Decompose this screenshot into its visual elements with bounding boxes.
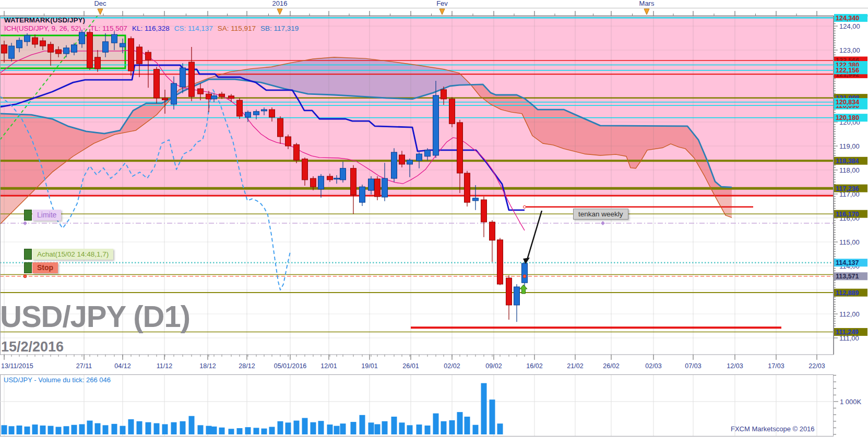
candle: [334, 178, 340, 179]
candle: [311, 178, 316, 187]
ichimoku-name: ICH(USD/JPY, 9, 26, 52) -: [4, 25, 86, 32]
candle: [294, 144, 300, 160]
candle: [9, 46, 15, 58]
svg-text:117,236: 117,236: [836, 185, 859, 192]
candle: [417, 154, 422, 161]
volume-bar: [254, 428, 259, 434]
ichimoku-kijun-value: KL: 116,328: [132, 25, 170, 32]
date-label: 28/12: [239, 362, 255, 370]
candle: [327, 176, 333, 180]
date-label: 21/02: [567, 362, 583, 370]
candle: [137, 47, 142, 64]
candle: [514, 287, 520, 305]
svg-text:112,889: 112,889: [836, 289, 859, 297]
ichimoku-chikou-value: CS: 114,137: [174, 25, 213, 32]
month-label: 2016: [272, 0, 288, 7]
ichimoku-tenkan-value: TL: 115,507: [90, 25, 127, 32]
date-label: 11/12: [157, 362, 172, 370]
ichimoku-senkoua-value: SA: 115,917: [218, 25, 256, 32]
volume-bar: [25, 427, 30, 434]
candle: [382, 178, 388, 197]
volume-bar: [9, 426, 15, 434]
volume-bar: [425, 426, 431, 434]
volume-bar: [311, 422, 316, 434]
candle: [154, 69, 160, 98]
price-label: 118,00: [839, 166, 860, 174]
date-label: 19/01: [361, 362, 377, 370]
date-label: 22/03: [808, 362, 825, 370]
volume-bar: [56, 427, 62, 434]
date-label: 27/11: [76, 362, 92, 370]
price-label: 119,00: [839, 142, 860, 150]
candle: [171, 83, 177, 104]
date-label: 12/03: [727, 362, 743, 370]
candle: [481, 200, 487, 222]
ichimoku-header: ICH(USD/JPY, 9, 26, 52) -TL: 115,507KL: …: [4, 25, 303, 32]
price-label: 115,00: [839, 238, 860, 246]
volume-bar: [481, 383, 487, 434]
volume-bar: [162, 424, 168, 434]
volume-bar: [87, 421, 93, 434]
candle: [506, 278, 512, 305]
candle: [72, 45, 77, 52]
volume-bar: [302, 418, 308, 435]
volume-bar: [171, 422, 177, 434]
candle: [278, 118, 283, 137]
date-label: 09/02: [485, 362, 502, 370]
date-label: 12/01: [320, 362, 337, 370]
volume-bar: [154, 423, 160, 434]
month-label: Fev: [436, 0, 448, 7]
candle: [64, 48, 69, 54]
price-label: 112,00: [839, 310, 860, 318]
candle: [286, 137, 291, 146]
volume-bar: [391, 417, 397, 434]
stop-marker: [23, 275, 27, 278]
svg-text:111,249: 111,249: [836, 329, 859, 336]
candle: [229, 96, 234, 99]
volume-bar: [2, 425, 7, 434]
candle: [375, 179, 381, 197]
candle: [407, 160, 413, 164]
candle: [128, 39, 134, 71]
volume-bar: [120, 426, 126, 434]
candle: [391, 152, 397, 178]
volume-bar: [198, 425, 204, 434]
candle: [490, 222, 495, 240]
date-label: 13/11/2015: [1, 362, 33, 370]
stop-order-label[interactable]: Stop: [32, 262, 58, 273]
candle: [25, 35, 30, 42]
volume-bar: [375, 424, 381, 434]
svg-text:120,180: 120,180: [836, 114, 859, 122]
volume-bar: [180, 421, 186, 434]
stop-handle-icon[interactable]: [24, 262, 32, 273]
volume-bar: [146, 422, 151, 434]
limite-handle-icon[interactable]: [24, 210, 32, 221]
svg-text:113,571: 113,571: [836, 273, 859, 280]
volume-bar: [219, 428, 225, 434]
price-chart-canvas[interactable]: 13/11/201527/1104/1211/1218/1228/1205/01…: [0, 0, 868, 437]
date-label: 18/12: [199, 362, 216, 370]
candle: [441, 90, 447, 99]
candle: [40, 41, 46, 46]
candle: [269, 110, 275, 117]
date-label: 26/02: [603, 362, 619, 370]
candle: [399, 155, 405, 164]
candle: [473, 198, 479, 201]
achat-handle-icon[interactable]: [24, 249, 32, 260]
volume-bar: [95, 423, 101, 434]
volume-bar: [128, 419, 134, 434]
volume-bar: [382, 421, 388, 434]
date-label: 04/12: [114, 362, 130, 370]
date-label: 17/03: [768, 362, 784, 370]
price-label: 123,00: [839, 46, 860, 54]
ichimoku-senkoub-value: SB: 117,319: [260, 25, 299, 32]
limit-order-label[interactable]: Limite: [32, 210, 61, 221]
volume-bar: [294, 421, 300, 434]
candle: [368, 179, 374, 190]
buy-order-label[interactable]: Achat(15/02 14:48,1,7): [32, 249, 113, 260]
price-label: 124,00: [839, 22, 860, 30]
tenkan-weekly-note[interactable]: tenkan weekly: [573, 209, 628, 220]
volume-bar: [189, 416, 195, 434]
volume-bar: [433, 414, 439, 434]
volume-bar: [465, 417, 470, 434]
